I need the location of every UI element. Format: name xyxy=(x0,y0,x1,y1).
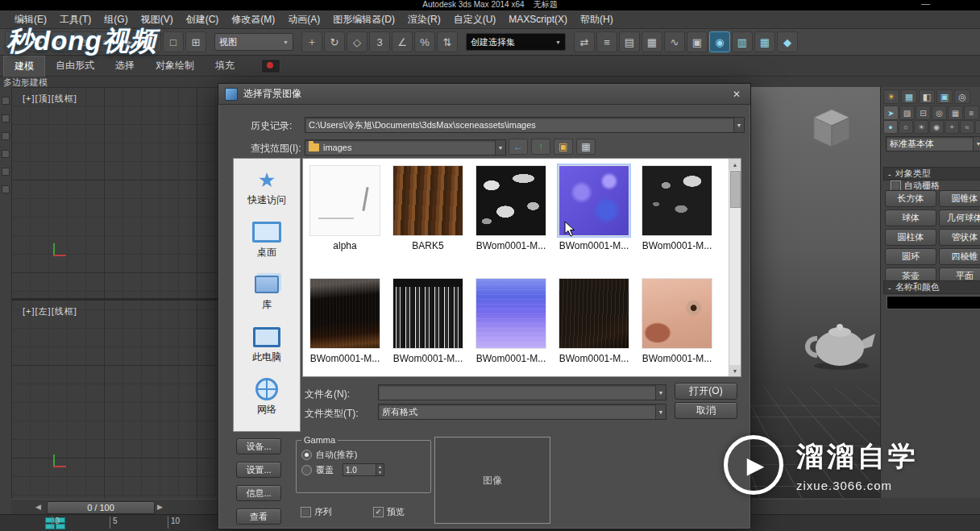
spinner-arrows-icon[interactable]: ▲▼ xyxy=(376,464,384,475)
collapse-icon[interactable]: - xyxy=(888,283,891,292)
align-icon[interactable]: ≡ xyxy=(596,31,617,52)
gamma-auto-radio[interactable]: 自动(推荐) xyxy=(301,449,426,461)
prev-frame-icon[interactable]: ◀ xyxy=(35,503,41,511)
select-and-scale-icon[interactable]: ◇ xyxy=(347,31,368,52)
hierarchy-tab-icon[interactable]: ⊟ xyxy=(916,106,931,120)
select-and-move-icon[interactable]: ＋ xyxy=(301,31,322,52)
panel-icon[interactable] xyxy=(2,150,10,158)
panel-icon[interactable] xyxy=(2,168,10,176)
minimize-button[interactable]: — xyxy=(921,0,930,8)
curve-editor-icon[interactable]: ∿ xyxy=(664,31,685,52)
place-desktop[interactable]: 桌面 xyxy=(234,221,300,259)
object-type-button[interactable]: 四棱锥 xyxy=(939,248,980,265)
menu-item[interactable]: 自定义(U) xyxy=(447,11,503,28)
file-item[interactable]: BWom0001-M... xyxy=(640,165,714,251)
schematic-view-icon[interactable]: ▣ xyxy=(687,31,708,52)
scrollbar-thumb[interactable] xyxy=(730,171,741,208)
record-icon[interactable] xyxy=(261,59,280,73)
file-item[interactable]: BWom0001-M... xyxy=(391,278,465,364)
menu-item[interactable]: 图形编辑器(D) xyxy=(326,11,401,28)
viewcube[interactable] xyxy=(811,108,853,150)
time-slider-handle[interactable]: 0 / 100 xyxy=(47,501,155,514)
panel-icon[interactable] xyxy=(2,132,10,140)
selection-set-dropdown[interactable]: 创建选择集 ▼ xyxy=(466,33,566,51)
file-list-scrollbar[interactable]: ▲ ▼ xyxy=(729,159,741,376)
utilities-tab-icon[interactable]: ≡ xyxy=(964,106,979,120)
close-icon[interactable]: ✕ xyxy=(729,88,744,101)
menu-item[interactable]: 帮助(H) xyxy=(574,11,620,28)
viewport-left-label[interactable]: [+][左][线框] xyxy=(23,305,77,317)
menu-item[interactable]: 创建(C) xyxy=(180,11,226,28)
helpers-icon[interactable]: ＋ xyxy=(945,120,959,134)
material-editor-icon[interactable]: ◉ xyxy=(709,31,730,52)
create-tab-icon[interactable]: ➤ xyxy=(883,106,899,120)
chevron-down-icon[interactable]: ▼ xyxy=(495,140,505,155)
object-type-button[interactable]: 几何球体 xyxy=(939,209,980,226)
motion-tab-icon[interactable]: ◎ xyxy=(932,106,947,120)
chevron-down-icon[interactable]: ▼ xyxy=(733,118,744,132)
object-type-rollout[interactable]: - 对象类型 xyxy=(883,167,980,180)
view-dropdown[interactable]: 视图 ▼ xyxy=(214,33,293,51)
panel-icon[interactable] xyxy=(2,97,10,105)
object-type-button[interactable]: 圆锥体 xyxy=(939,190,980,207)
create-new-folder-icon[interactable]: ▣ xyxy=(554,139,573,155)
file-item[interactable]: BWom0001-M... xyxy=(640,278,714,364)
place-library[interactable]: 库 xyxy=(234,273,300,312)
checkbox-checked-icon[interactable]: ✓ xyxy=(373,507,384,517)
file-item[interactable]: BWom0001-M... xyxy=(474,165,548,251)
space-warps-icon[interactable]: ≈ xyxy=(960,120,974,134)
file-item[interactable]: BWom0001-M... xyxy=(308,278,382,364)
render-setup-icon[interactable]: ▥ xyxy=(732,31,753,52)
display-icon[interactable]: ▦ xyxy=(901,89,917,104)
cameras-icon[interactable]: ◉ xyxy=(929,120,944,134)
rectangular-selection-icon[interactable]: □ xyxy=(163,31,184,52)
mirror-icon[interactable]: ⇄ xyxy=(574,31,595,52)
object-type-button[interactable]: 圆环 xyxy=(885,248,936,265)
file-list[interactable]: alphaBARK5BWom0001-M...BWom0001-M...BWom… xyxy=(302,158,741,377)
primitive-type-dropdown[interactable]: 标准基本体 ▼ xyxy=(886,136,980,151)
preview-checkbox[interactable]: ✓ 预览 xyxy=(373,506,405,518)
file-item[interactable]: BWom0001-M... xyxy=(474,278,548,364)
place-computer[interactable]: 此电脑 xyxy=(234,326,300,364)
object-type-button[interactable]: 长方体 xyxy=(885,190,936,207)
layer-manager-icon[interactable]: ▤ xyxy=(619,31,640,52)
scroll-down-icon[interactable]: ▼ xyxy=(729,365,741,376)
filename-input[interactable]: ▼ xyxy=(378,384,666,400)
views-icon[interactable]: ▣ xyxy=(936,89,953,104)
checkbox-icon[interactable] xyxy=(301,507,311,517)
sequence-checkbox[interactable]: 序列 xyxy=(301,506,332,518)
gamma-value-spinner[interactable]: 1.0 ▲▼ xyxy=(343,463,384,476)
collapse-icon[interactable]: - xyxy=(888,169,891,179)
dialog-title-bar[interactable]: 选择背景图像 ✕ xyxy=(218,84,750,105)
panel-icon[interactable] xyxy=(2,114,10,122)
object-type-button[interactable]: 管状体 xyxy=(939,229,980,246)
lights-icon[interactable]: ☀ xyxy=(914,120,928,134)
rendered-frame-icon[interactable]: ▦ xyxy=(754,31,775,52)
gamma-override-radio[interactable]: 覆盖 1.0 ▲▼ xyxy=(301,463,426,476)
display-tab-icon[interactable]: ▦ xyxy=(948,106,963,120)
layout-icon[interactable]: ◧ xyxy=(919,89,935,104)
render-production-icon[interactable]: ◆ xyxy=(777,31,798,52)
place-quick[interactable]: ★快速访问 xyxy=(234,168,300,207)
file-item[interactable]: alpha xyxy=(308,165,382,251)
scroll-up-icon[interactable]: ▲ xyxy=(729,159,741,170)
chevron-down-icon[interactable]: ▼ xyxy=(655,385,666,400)
chevron-down-icon[interactable]: ▼ xyxy=(655,404,666,419)
file-item[interactable]: BARK5 xyxy=(391,165,465,251)
spinner-snap-icon[interactable]: ⇅ xyxy=(437,31,458,52)
cancel-button[interactable]: 取消 xyxy=(675,402,737,419)
dialog-left-button[interactable]: 设备... xyxy=(236,438,281,454)
percent-snap-icon[interactable]: % xyxy=(414,31,435,52)
next-frame-icon[interactable]: ▶ xyxy=(157,503,163,511)
up-one-level-icon[interactable]: ↑ xyxy=(531,139,550,155)
object-name-input[interactable] xyxy=(887,296,980,309)
name-color-rollout[interactable]: - 名称和颜色 xyxy=(883,280,980,294)
ribbon-tab[interactable]: 填充 xyxy=(205,56,245,76)
teapot-model[interactable] xyxy=(801,311,878,371)
systems-icon[interactable]: ∗ xyxy=(975,120,980,134)
window-crossing-icon[interactable]: ⊞ xyxy=(185,31,206,52)
object-type-button[interactable]: 球体 xyxy=(885,209,936,226)
graphite-ribbon-icon[interactable]: ▦ xyxy=(642,31,662,52)
panel-icon[interactable] xyxy=(2,185,10,193)
history-dropdown[interactable]: C:\Users\冷东旭\Documents\3dsMax\sceneasset… xyxy=(305,117,745,133)
